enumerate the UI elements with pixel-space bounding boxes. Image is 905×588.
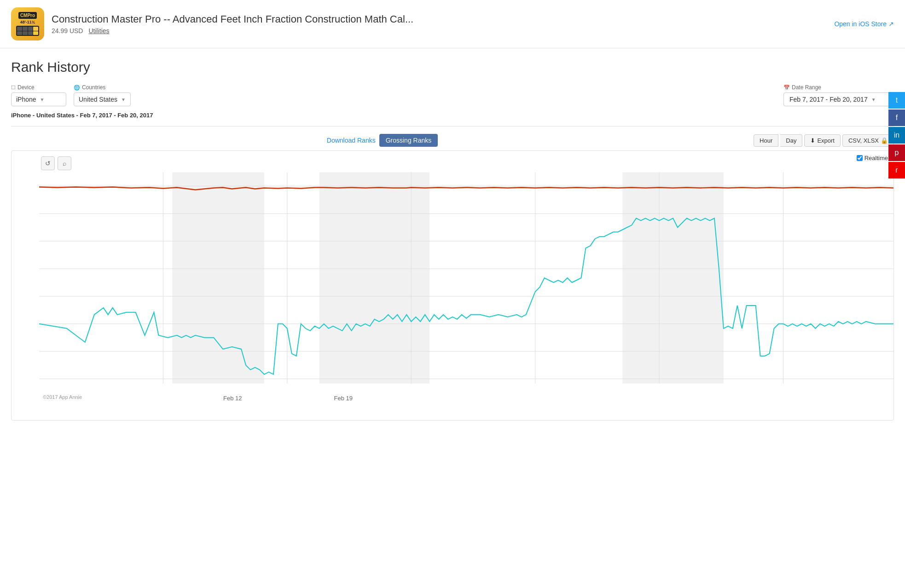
other-share-button[interactable]: r — [888, 162, 905, 179]
day-button[interactable]: Day — [780, 134, 802, 147]
facebook-share-button[interactable]: f — [888, 110, 905, 126]
chart-tabs: Download Ranks Grossing Ranks — [11, 134, 754, 147]
pinterest-share-button[interactable]: p — [888, 144, 905, 161]
chart-subtitle: iPhone - United States - Feb 7, 2017 - F… — [11, 112, 894, 119]
countries-dropdown[interactable]: United States ▼ — [74, 92, 131, 106]
app-price: 24.99 USD — [52, 27, 83, 35]
realtime-label: Realtime — [864, 155, 888, 161]
app-title: Construction Master Pro -- Advanced Feet… — [52, 13, 834, 25]
icon-sublabel: 48'-11¾ — [20, 20, 35, 24]
date-range-label: 📅 Date Range — [783, 84, 894, 91]
x-axis-labels: Feb 12 Feb 19 — [39, 393, 893, 402]
device-dropdown[interactable]: iPhone ▼ — [11, 92, 66, 106]
device-icon: ☐ — [11, 85, 16, 91]
twitter-share-button[interactable]: t — [888, 92, 905, 109]
svg-rect-0 — [39, 173, 893, 384]
svg-rect-2 — [319, 173, 429, 384]
chart-toolbar: Download Ranks Grossing Ranks Hour Day ⬇… — [11, 134, 894, 147]
app-store-link[interactable]: Open in iOS Store ↗ — [834, 20, 894, 28]
chart-right-controls: Hour Day ⬇ Export CSV, XLSX 🔒 — [754, 134, 894, 147]
realtime-control: Realtime — [857, 155, 888, 161]
svg-rect-1 — [172, 173, 264, 384]
chart-icon-row: ↺ ⌕ — [39, 155, 893, 172]
countries-value: United States — [79, 96, 117, 103]
x-label-feb19: Feb 19 — [334, 395, 352, 402]
date-range-group: 📅 Date Range Feb 7, 2017 - Feb 20, 2017 … — [783, 84, 894, 106]
grossing-ranks-tab[interactable]: Grossing Ranks — [379, 134, 438, 147]
device-dropdown-arrow: ▼ — [40, 97, 45, 102]
zoom-icon: ⌕ — [63, 160, 66, 167]
calendar-icon: 📅 — [783, 85, 790, 91]
chart-wrapper: Realtime ↺ ⌕ — [11, 150, 894, 421]
twitter-icon: t — [896, 96, 898, 104]
main-content: Rank History ☐ Device iPhone ▼ 🌐 Countri… — [0, 48, 905, 432]
download-ranks-tab[interactable]: Download Ranks — [327, 137, 376, 144]
icon-keypad — [16, 26, 39, 36]
device-control-group: ☐ Device iPhone ▼ — [11, 84, 66, 106]
date-range-arrow: ▼ — [871, 97, 876, 102]
social-sidebar: t f in p r — [888, 92, 905, 179]
x-label-feb12: Feb 12 — [223, 395, 242, 402]
linkedin-icon: in — [894, 131, 899, 139]
app-icon: CMPro 48'-11¾ — [11, 7, 44, 40]
countries-dropdown-arrow: ▼ — [121, 97, 126, 102]
svg-rect-3 — [622, 173, 724, 384]
device-label: ☐ Device — [11, 84, 66, 91]
device-value: iPhone — [16, 96, 36, 103]
countries-label: 🌐 Countries — [74, 84, 131, 91]
date-range-dropdown[interactable]: Feb 7, 2017 - Feb 20, 2017 ▼ — [783, 92, 894, 106]
facebook-icon: f — [896, 114, 898, 122]
app-category[interactable]: Utilities — [88, 27, 109, 35]
linkedin-share-button[interactable]: in — [888, 127, 905, 144]
download-icon: ⬇ — [810, 137, 815, 144]
section-title: Rank History — [11, 59, 894, 75]
controls-row: ☐ Device iPhone ▼ 🌐 Countries United Sta… — [11, 84, 894, 106]
other-share-icon: r — [895, 166, 898, 174]
countries-control-group: 🌐 Countries United States ▼ — [74, 84, 131, 106]
globe-icon: 🌐 — [74, 85, 80, 91]
icon-label: CMPro — [18, 12, 37, 19]
app-title-section: Construction Master Pro -- Advanced Feet… — [52, 13, 834, 35]
pinterest-icon: p — [895, 149, 899, 157]
date-range-value: Feb 7, 2017 - Feb 20, 2017 — [789, 96, 868, 103]
undo-icon: ↺ — [45, 160, 51, 167]
lock-icon: 🔒 — [881, 137, 888, 144]
app-meta: 24.99 USD Utilities — [52, 27, 834, 35]
section-divider — [11, 126, 894, 127]
realtime-checkbox[interactable] — [857, 155, 863, 161]
zoom-button[interactable]: ⌕ — [58, 156, 71, 170]
hour-button[interactable]: Hour — [754, 134, 778, 147]
export-button[interactable]: ⬇ Export — [804, 134, 841, 147]
rank-chart-svg: 1 250 500 750 1,000 1,250 1,500 — [39, 172, 893, 393]
copyright-text: ©2017 App Annie — [43, 394, 82, 400]
app-header: CMPro 48'-11¾ Construction Master Pro --… — [0, 0, 905, 48]
external-link-icon: ↗ — [888, 20, 894, 28]
undo-button[interactable]: ↺ — [41, 156, 55, 170]
csv-button[interactable]: CSV, XLSX 🔒 — [842, 134, 894, 147]
